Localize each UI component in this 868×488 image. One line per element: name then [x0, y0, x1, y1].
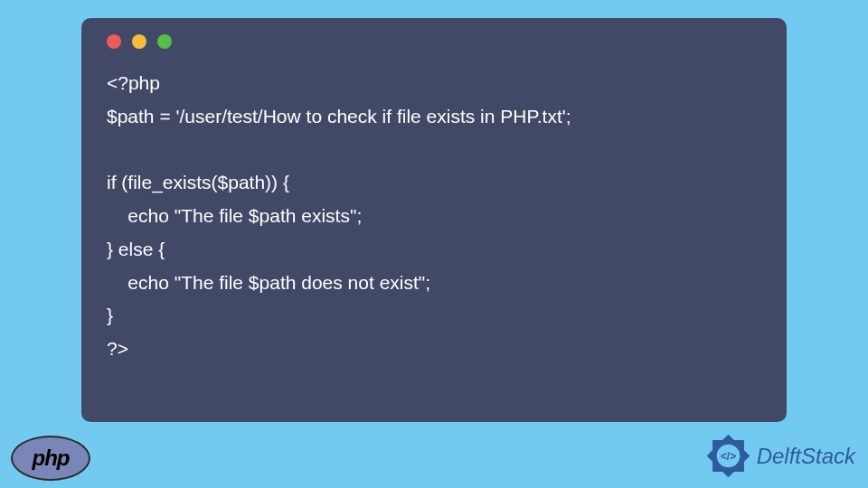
delftstack-text: DelftStack [757, 444, 855, 469]
php-logo-text: php [33, 446, 70, 471]
close-icon [107, 34, 121, 49]
svg-text:</>: </> [721, 450, 736, 463]
php-logo: php [11, 436, 90, 481]
code-line: <?php [107, 72, 160, 93]
delftstack-icon: </> [703, 431, 753, 481]
code-line: $path = '/user/test/How to check if file… [107, 106, 571, 127]
code-line: } [107, 305, 113, 325]
delftstack-logo: </> DelftStack [703, 431, 855, 481]
code-content: <?php $path = '/user/test/How to check i… [107, 67, 761, 366]
window-controls [107, 34, 761, 49]
code-line: ?> [107, 338, 128, 359]
code-line: echo "The file $path does not exist"; [107, 272, 430, 293]
minimize-icon [132, 34, 146, 49]
code-line: echo "The file $path exists"; [107, 205, 362, 226]
maximize-icon [157, 34, 172, 49]
code-line: } else { [107, 239, 165, 259]
code-line: if (file_exists($path)) { [107, 172, 289, 192]
code-window: <?php $path = '/user/test/How to check i… [81, 18, 787, 422]
